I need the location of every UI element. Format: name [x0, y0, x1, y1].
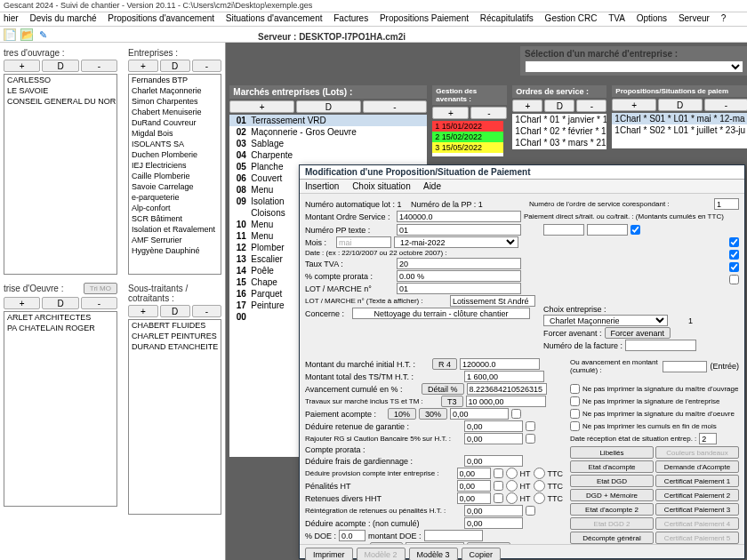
- minus-button[interactable]: -: [363, 100, 428, 113]
- list-item[interactable]: IEJ Electriciens: [129, 160, 221, 171]
- noimp2-check[interactable]: [570, 396, 580, 407]
- btn-libelles[interactable]: Libellés: [570, 446, 654, 459]
- nfacture-input[interactable]: [625, 340, 696, 351]
- sel-entreprise-select[interactable]: [525, 60, 743, 73]
- ouav-input[interactable]: [663, 361, 707, 372]
- avenants-list[interactable]: 1 15/01/20222 15/02/20223 15/05/2022: [432, 121, 503, 156]
- list-item[interactable]: 1 15/01/2022: [432, 121, 503, 132]
- btn-cp3[interactable]: Certificat Paiement 3: [655, 503, 739, 516]
- btn-dgd-memoire[interactable]: DGD + Mémoire: [570, 489, 654, 501]
- minus-button[interactable]: -: [470, 107, 507, 119]
- mdoe-input[interactable]: [424, 530, 483, 541]
- minus-button[interactable]: -: [576, 100, 606, 112]
- menu-item[interactable]: Serveur: [679, 13, 710, 23]
- table-row[interactable]: 04Charpente: [229, 149, 427, 161]
- noimp3-check[interactable]: [570, 408, 580, 420]
- ordres-list[interactable]: 1Charl * 01 * janvier * 14-janv-20221Cha…: [512, 114, 606, 149]
- numpp-input[interactable]: [397, 224, 521, 236]
- menu-item[interactable]: Options: [637, 13, 667, 23]
- num-ordre-input[interactable]: [714, 198, 739, 210]
- list-item[interactable]: CHABERT FLUIDES: [129, 320, 221, 331]
- d-button[interactable]: D: [160, 60, 190, 72]
- chk[interactable]: [526, 433, 535, 444]
- d-button[interactable]: D: [544, 100, 574, 112]
- detailp-button[interactable]: Détail %: [422, 383, 464, 395]
- d-button[interactable]: D: [160, 305, 190, 317]
- list-item[interactable]: CHARLET PEINTURES: [129, 331, 221, 341]
- list-item[interactable]: CONSEIL GENERAL DU NORD: [4, 96, 116, 107]
- plus-button[interactable]: +: [128, 60, 158, 72]
- ttc-radio[interactable]: [534, 480, 545, 492]
- pd-check[interactable]: [729, 274, 739, 285]
- rhht-input[interactable]: [457, 492, 491, 504]
- tab-choix[interactable]: Choix situation: [352, 181, 411, 191]
- menu-item[interactable]: Récapitulatifs: [480, 13, 534, 23]
- btn-etat-dgd[interactable]: Etat DGD: [570, 475, 654, 487]
- modele3-button[interactable]: Modèle 3: [409, 548, 458, 560]
- noimp4-check[interactable]: [570, 420, 580, 432]
- chk[interactable]: [526, 505, 535, 516]
- list-item[interactable]: Charlet Maçonnerie: [129, 85, 221, 96]
- travaux-input[interactable]: [466, 396, 546, 407]
- list-item[interactable]: 2 15/02/2022: [432, 132, 503, 142]
- p30-button[interactable]: 30%: [419, 408, 447, 420]
- table-row[interactable]: 02Maçonnerie - Gros Oeuvre: [229, 126, 427, 138]
- list-item[interactable]: DURAND ETANCHEITE: [129, 341, 221, 352]
- minus-button[interactable]: -: [704, 99, 747, 111]
- frais-input[interactable]: [464, 455, 523, 467]
- chk[interactable]: [526, 420, 535, 432]
- minus-button[interactable]: -: [81, 297, 117, 309]
- ht-radio[interactable]: [506, 480, 518, 492]
- provi-input[interactable]: [457, 468, 491, 479]
- btn-cp4[interactable]: Certificat Paiement 4: [655, 517, 739, 530]
- plus-button[interactable]: +: [229, 100, 294, 113]
- noimp1-check[interactable]: [570, 383, 580, 395]
- list-item[interactable]: ISOLANTS SA: [129, 139, 221, 149]
- pa-check[interactable]: [511, 408, 521, 420]
- btn-couleurs[interactable]: Couleurs bandeaux: [655, 446, 739, 459]
- plus-button[interactable]: +: [4, 60, 40, 72]
- drecep-input[interactable]: [699, 433, 717, 444]
- dedac-input[interactable]: [464, 517, 523, 529]
- d-button[interactable]: D: [42, 297, 78, 309]
- menu-item[interactable]: Gestion CRC: [545, 13, 598, 23]
- reint-input[interactable]: [464, 505, 523, 516]
- montant-ordre-input[interactable]: [397, 211, 521, 222]
- mois-input[interactable]: [336, 236, 391, 248]
- list-item[interactable]: 1Charl * 01 * janvier * 14-janv-2022: [512, 114, 606, 125]
- rg-input[interactable]: [464, 433, 523, 444]
- lotm-input[interactable]: [397, 283, 521, 294]
- btn-cp1[interactable]: Certificat Paiement 1: [655, 475, 739, 487]
- btn-decompte[interactable]: Décompte général: [570, 532, 654, 544]
- tab-insertion[interactable]: Insertion: [305, 181, 339, 191]
- list-item[interactable]: e-parqueterie: [129, 192, 221, 203]
- pd-check[interactable]: [631, 224, 640, 236]
- sous-list[interactable]: CHABERT FLUIDESCHARLET PEINTURESDURAND E…: [128, 319, 221, 515]
- r4-button[interactable]: R 4: [432, 358, 457, 370]
- menu-item[interactable]: ?: [721, 13, 727, 23]
- btn-etat-acompte2[interactable]: Etat d'acompte 2: [570, 503, 654, 516]
- chk[interactable]: [494, 480, 503, 492]
- plus-button[interactable]: +: [612, 99, 656, 111]
- pd-input[interactable]: [543, 224, 584, 236]
- ttc-radio[interactable]: [534, 492, 545, 504]
- chk[interactable]: [494, 468, 503, 479]
- list-item[interactable]: SCR Bâtiment: [129, 213, 221, 224]
- list-item[interactable]: Alp-confort: [129, 203, 221, 213]
- list-item[interactable]: PA CHATELAIN ROGER: [4, 323, 116, 333]
- file-icon[interactable]: 📄: [4, 28, 16, 41]
- btn-demande-acompte[interactable]: Demande d'Acompte: [655, 460, 739, 473]
- menu-item[interactable]: Propositions Paiement: [380, 13, 469, 23]
- list-item[interactable]: Chabert Menuiserie: [129, 107, 221, 117]
- lotm-txt-input[interactable]: [450, 295, 535, 307]
- list-item[interactable]: 3 15/05/2022: [432, 142, 503, 153]
- menu-item[interactable]: Factures: [333, 13, 368, 23]
- btn-etat-dgd2[interactable]: Etat DGD 2: [570, 517, 654, 530]
- pd-input2[interactable]: [587, 224, 628, 236]
- minus-button[interactable]: -: [81, 60, 117, 72]
- mtot-input[interactable]: [464, 371, 544, 382]
- plus-button[interactable]: +: [512, 100, 542, 112]
- imprimer-button[interactable]: Imprimer: [305, 548, 353, 560]
- btn-etat-acompte[interactable]: Etat d'acompte: [570, 460, 654, 473]
- list-item[interactable]: Hygyène Dauphiné: [129, 245, 221, 256]
